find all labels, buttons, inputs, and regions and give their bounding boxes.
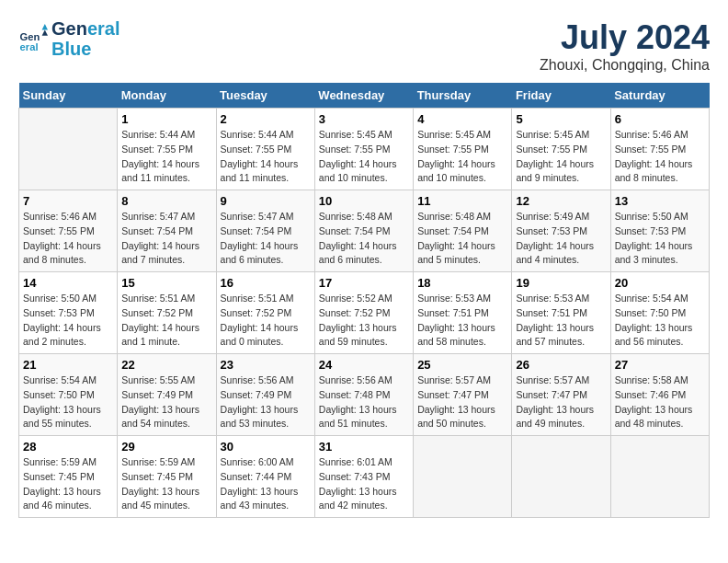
day-number: 9 <box>221 194 311 208</box>
day-info: Sunrise: 5:45 AMSunset: 7:55 PMDaylight:… <box>516 128 606 186</box>
calendar-week-row: 21Sunrise: 5:54 AMSunset: 7:50 PMDayligh… <box>19 354 710 436</box>
day-number: 7 <box>23 194 113 208</box>
day-number: 25 <box>417 358 507 372</box>
calendar-cell: 16Sunrise: 5:51 AMSunset: 7:52 PMDayligh… <box>216 272 314 354</box>
logo-line1: General <box>51 18 120 39</box>
day-info: Sunrise: 5:45 AMSunset: 7:55 PMDaylight:… <box>319 128 409 186</box>
calendar-cell: 3Sunrise: 5:45 AMSunset: 7:55 PMDaylight… <box>314 109 413 190</box>
calendar-subtitle: Zhouxi, Chongqing, China <box>540 57 710 74</box>
day-info: Sunrise: 5:56 AMSunset: 7:48 PMDaylight:… <box>319 373 409 431</box>
day-number: 27 <box>615 358 705 372</box>
day-info: Sunrise: 5:57 AMSunset: 7:47 PMDaylight:… <box>417 373 507 431</box>
day-number: 3 <box>319 112 409 126</box>
day-number: 30 <box>221 440 311 454</box>
day-info: Sunrise: 5:59 AMSunset: 7:45 PMDaylight:… <box>121 455 211 513</box>
calendar-cell: 6Sunrise: 5:46 AMSunset: 7:55 PMDaylight… <box>610 109 709 190</box>
day-number: 29 <box>121 440 211 454</box>
logo: Gen eral General Blue <box>18 18 120 59</box>
calendar-cell: 17Sunrise: 5:52 AMSunset: 7:52 PMDayligh… <box>314 272 413 354</box>
day-number: 31 <box>319 440 409 454</box>
calendar-cell: 28Sunrise: 5:59 AMSunset: 7:45 PMDayligh… <box>19 436 118 518</box>
calendar-cell <box>19 109 118 190</box>
svg-marker-3 <box>42 24 48 29</box>
calendar-cell: 22Sunrise: 5:55 AMSunset: 7:49 PMDayligh… <box>118 354 216 436</box>
day-number: 22 <box>121 358 211 372</box>
calendar-cell: 30Sunrise: 6:00 AMSunset: 7:44 PMDayligh… <box>216 436 314 518</box>
day-number: 8 <box>121 194 211 208</box>
header-monday: Monday <box>118 83 216 109</box>
calendar-table: SundayMondayTuesdayWednesdayThursdayFrid… <box>18 83 710 518</box>
day-number: 14 <box>23 276 113 290</box>
calendar-week-row: 28Sunrise: 5:59 AMSunset: 7:45 PMDayligh… <box>19 436 710 518</box>
header-sunday: Sunday <box>19 83 118 109</box>
day-info: Sunrise: 5:48 AMSunset: 7:54 PMDaylight:… <box>319 210 409 268</box>
calendar-cell: 7Sunrise: 5:46 AMSunset: 7:55 PMDaylight… <box>19 190 118 272</box>
svg-marker-4 <box>42 29 48 35</box>
day-number: 2 <box>221 112 311 126</box>
day-number: 16 <box>221 276 311 290</box>
calendar-cell: 9Sunrise: 5:47 AMSunset: 7:54 PMDaylight… <box>216 190 314 272</box>
day-number: 17 <box>319 276 409 290</box>
calendar-cell: 18Sunrise: 5:53 AMSunset: 7:51 PMDayligh… <box>414 272 512 354</box>
day-info: Sunrise: 5:54 AMSunset: 7:50 PMDaylight:… <box>23 373 113 431</box>
calendar-cell: 29Sunrise: 5:59 AMSunset: 7:45 PMDayligh… <box>118 436 216 518</box>
day-info: Sunrise: 5:52 AMSunset: 7:52 PMDaylight:… <box>319 292 409 350</box>
calendar-cell: 23Sunrise: 5:56 AMSunset: 7:49 PMDayligh… <box>216 354 314 436</box>
day-info: Sunrise: 5:46 AMSunset: 7:55 PMDaylight:… <box>23 210 113 268</box>
day-number: 4 <box>417 112 507 126</box>
calendar-cell: 26Sunrise: 5:57 AMSunset: 7:47 PMDayligh… <box>512 354 610 436</box>
day-number: 24 <box>319 358 409 372</box>
title-block: July 2024 Zhouxi, Chongqing, China <box>540 18 710 74</box>
calendar-cell: 13Sunrise: 5:50 AMSunset: 7:53 PMDayligh… <box>610 190 709 272</box>
header-wednesday: Wednesday <box>314 83 413 109</box>
day-number: 10 <box>319 194 409 208</box>
day-number: 1 <box>121 112 211 126</box>
calendar-cell: 19Sunrise: 5:53 AMSunset: 7:51 PMDayligh… <box>512 272 610 354</box>
day-info: Sunrise: 5:50 AMSunset: 7:53 PMDaylight:… <box>615 210 705 268</box>
day-number: 19 <box>516 276 606 290</box>
logo-line2: Blue <box>51 39 120 59</box>
day-info: Sunrise: 5:47 AMSunset: 7:54 PMDaylight:… <box>121 210 211 268</box>
day-info: Sunrise: 5:56 AMSunset: 7:49 PMDaylight:… <box>221 373 311 431</box>
day-number: 20 <box>615 276 705 290</box>
calendar-cell: 20Sunrise: 5:54 AMSunset: 7:50 PMDayligh… <box>610 272 709 354</box>
day-number: 26 <box>516 358 606 372</box>
header-tuesday: Tuesday <box>216 83 314 109</box>
day-number: 18 <box>417 276 507 290</box>
logo-icon: Gen eral <box>18 24 48 53</box>
svg-text:eral: eral <box>20 41 39 52</box>
day-info: Sunrise: 5:59 AMSunset: 7:45 PMDaylight:… <box>23 455 113 513</box>
calendar-header-row: SundayMondayTuesdayWednesdayThursdayFrid… <box>19 83 710 109</box>
calendar-cell: 14Sunrise: 5:50 AMSunset: 7:53 PMDayligh… <box>19 272 118 354</box>
day-number: 23 <box>221 358 311 372</box>
day-number: 12 <box>516 194 606 208</box>
calendar-cell: 5Sunrise: 5:45 AMSunset: 7:55 PMDaylight… <box>512 109 610 190</box>
calendar-cell: 8Sunrise: 5:47 AMSunset: 7:54 PMDaylight… <box>118 190 216 272</box>
calendar-cell: 2Sunrise: 5:44 AMSunset: 7:55 PMDaylight… <box>216 109 314 190</box>
day-info: Sunrise: 5:44 AMSunset: 7:55 PMDaylight:… <box>121 128 211 186</box>
calendar-cell: 25Sunrise: 5:57 AMSunset: 7:47 PMDayligh… <box>414 354 512 436</box>
calendar-cell: 1Sunrise: 5:44 AMSunset: 7:55 PMDaylight… <box>118 109 216 190</box>
day-info: Sunrise: 5:47 AMSunset: 7:54 PMDaylight:… <box>221 210 311 268</box>
calendar-week-row: 14Sunrise: 5:50 AMSunset: 7:53 PMDayligh… <box>19 272 710 354</box>
day-info: Sunrise: 5:55 AMSunset: 7:49 PMDaylight:… <box>121 373 211 431</box>
calendar-cell: 21Sunrise: 5:54 AMSunset: 7:50 PMDayligh… <box>19 354 118 436</box>
svg-text:Gen: Gen <box>20 31 40 42</box>
calendar-title: July 2024 <box>540 18 710 57</box>
day-info: Sunrise: 5:51 AMSunset: 7:52 PMDaylight:… <box>121 292 211 350</box>
day-info: Sunrise: 5:53 AMSunset: 7:51 PMDaylight:… <box>417 292 507 350</box>
day-info: Sunrise: 5:44 AMSunset: 7:55 PMDaylight:… <box>221 128 311 186</box>
page-header: Gen eral General Blue July 2024 Zhouxi, … <box>18 18 710 74</box>
calendar-cell: 10Sunrise: 5:48 AMSunset: 7:54 PMDayligh… <box>314 190 413 272</box>
header-friday: Friday <box>512 83 610 109</box>
day-number: 21 <box>23 358 113 372</box>
header-thursday: Thursday <box>414 83 512 109</box>
day-number: 6 <box>615 112 705 126</box>
day-info: Sunrise: 5:51 AMSunset: 7:52 PMDaylight:… <box>221 292 311 350</box>
calendar-cell: 12Sunrise: 5:49 AMSunset: 7:53 PMDayligh… <box>512 190 610 272</box>
calendar-cell: 31Sunrise: 6:01 AMSunset: 7:43 PMDayligh… <box>314 436 413 518</box>
day-number: 13 <box>615 194 705 208</box>
day-number: 5 <box>516 112 606 126</box>
day-info: Sunrise: 5:53 AMSunset: 7:51 PMDaylight:… <box>516 292 606 350</box>
calendar-week-row: 1Sunrise: 5:44 AMSunset: 7:55 PMDaylight… <box>19 109 710 190</box>
